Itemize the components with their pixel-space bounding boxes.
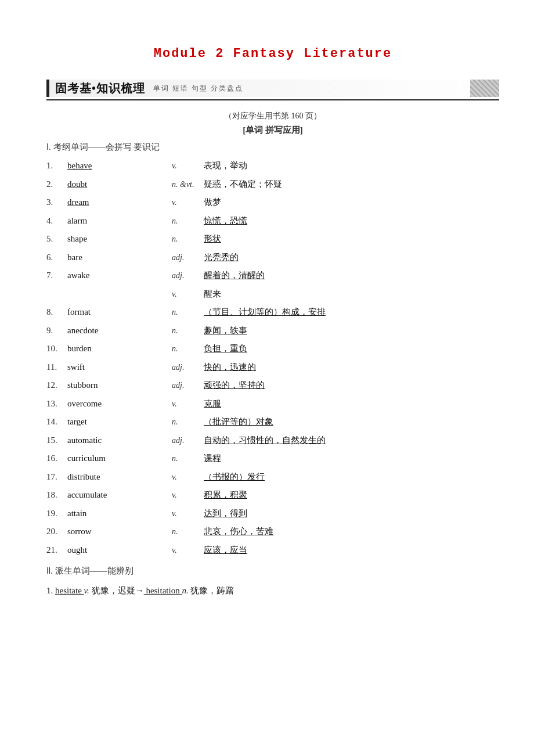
vocab-item: 14.targetn.（批评等的）对象 — [46, 415, 499, 430]
vocab-pos: v. — [172, 397, 204, 411]
vocab-word: dream — [67, 195, 172, 210]
vocab-pos: n. &vt. — [172, 178, 204, 192]
vocab-num: 13. — [46, 397, 67, 412]
vocab-item: 2.doubtn. &vt.疑惑，不确定；怀疑 — [46, 177, 499, 192]
vocab-pos: v. — [172, 543, 204, 557]
vocab-meaning: 形状 — [204, 232, 221, 247]
vocab-meaning: 表现，举动 — [204, 159, 247, 174]
vocab-item: 13.overcomev.克服 — [46, 397, 499, 412]
roman-one-title: Ⅰ. 考纲单词——会拼写 要识记 — [46, 142, 499, 153]
vocab-pos: adj. — [172, 434, 204, 448]
vocab-meaning: （批评等的）对象 — [204, 415, 273, 430]
derived-word2: hesitation — [144, 586, 182, 595]
vocab-item: 7.awakeadj.醒着的，清醒的 — [46, 268, 499, 283]
vocab-item: 15.automaticadj.自动的，习惯性的，自然发生的 — [46, 433, 499, 448]
section-ii: Ⅱ. 派生单词——能辨别 1. hesitate v. 犹豫，迟疑→ hesit… — [46, 566, 499, 599]
vocab-pos: v. — [172, 488, 204, 502]
derived-meaning2: 犹豫，踌躇 — [190, 586, 234, 595]
vocab-word: sorrow — [67, 524, 172, 539]
vocab-pos: adj. — [172, 361, 204, 375]
vocab-num: 3. — [46, 195, 67, 210]
vocab-pos: v. — [172, 196, 204, 210]
vocab-pos: v. — [172, 159, 204, 173]
vocab-num: 14. — [46, 415, 67, 430]
section-header-main: 固考基•知识梳理 — [55, 81, 145, 96]
vocab-num: 8. — [46, 305, 67, 320]
vocab-num: 4. — [46, 214, 67, 229]
vocab-meaning: （节目、计划等的）构成，安排 — [204, 305, 326, 320]
vocab-item: 10.burdenn.负担，重负 — [46, 341, 499, 357]
section-header: 固考基•知识梳理 单词 短语 句型 分类盘点 — [46, 80, 499, 97]
vocab-word: awake — [67, 268, 172, 283]
vocab-word: ought — [67, 543, 172, 558]
vocab-pos: n. — [172, 452, 204, 466]
vocab-num: 18. — [46, 488, 67, 503]
derived-num: 1. — [46, 586, 55, 595]
vocab-num: 21. — [46, 543, 67, 558]
vocab-num: 10. — [46, 341, 67, 357]
vocab-meaning: 光秃秃的 — [204, 250, 239, 265]
vocab-num: 6. — [46, 250, 67, 265]
vocab-item: 12.stubbornadj.顽强的，坚持的 — [46, 378, 499, 393]
vocab-word: overcome — [67, 397, 172, 412]
vocab-word: attain — [67, 506, 172, 521]
vocab-meaning: 做梦 — [204, 195, 221, 210]
vocab-item: 1.behavev.表现，举动 — [46, 159, 499, 174]
vocab-word: automatic — [67, 433, 172, 448]
vocab-item: 11.swiftadj.快的，迅速的 — [46, 360, 499, 375]
vocab-word: target — [67, 415, 172, 430]
vocab-pos: v. — [172, 287, 204, 301]
vocab-item: 20.sorrown.悲哀，伤心，苦难 — [46, 524, 499, 539]
vocab-meaning: 趣闻，轶事 — [204, 323, 247, 339]
vocab-meaning: 克服 — [204, 397, 221, 412]
vocab-meaning: 悲哀，伤心，苦难 — [204, 524, 273, 539]
vocab-word: distribute — [67, 470, 172, 485]
vocab-item: 19.attainv.达到，得到 — [46, 506, 499, 521]
vocab-item: v.醒来 — [46, 287, 499, 302]
vocab-meaning: 负担，重负 — [204, 341, 247, 357]
vocab-pos: n. — [172, 214, 204, 228]
vocab-meaning: 课程 — [204, 451, 221, 466]
vocab-meaning: （书报的）发行 — [204, 470, 265, 485]
vocab-item: 9.anecdoten.趣闻，轶事 — [46, 323, 499, 339]
vocab-word: accumulate — [67, 488, 172, 503]
vocab-item: 18.accumulatev.积累，积聚 — [46, 488, 499, 503]
vocab-pos: n. — [172, 305, 204, 319]
vocab-item: 17.distributev.（书报的）发行 — [46, 470, 499, 485]
vocab-meaning: 惊慌，恐慌 — [204, 214, 247, 229]
vocab-pos: v. — [172, 470, 204, 484]
vocab-num: 15. — [46, 433, 67, 448]
vocab-num: 11. — [46, 360, 67, 375]
vocab-pos: adj. — [172, 269, 204, 283]
section-header-sub: 单词 短语 句型 分类盘点 — [153, 84, 243, 93]
vocab-word: format — [67, 305, 172, 320]
vocab-meaning: 醒着的，清醒的 — [204, 268, 265, 283]
derived-pos2: n. — [182, 586, 190, 595]
vocab-num: 17. — [46, 470, 67, 485]
vocab-item: 3.dreamv.做梦 — [46, 195, 499, 210]
vocab-num: 5. — [46, 232, 67, 247]
vocab-pos: adj. — [172, 251, 204, 265]
derived-arrow: → — [135, 585, 144, 595]
vocab-word: curriculum — [67, 451, 172, 466]
vocab-item: 5.shapen.形状 — [46, 232, 499, 247]
vocab-num: 7. — [46, 268, 67, 283]
vocab-meaning: 达到，得到 — [204, 506, 247, 521]
vocab-num: 12. — [46, 378, 67, 393]
vocab-word: swift — [67, 360, 172, 375]
vocab-word: behave — [67, 159, 172, 174]
vocab-meaning: 快的，迅速的 — [204, 360, 256, 375]
vocab-word: burden — [67, 341, 172, 357]
vocab-num: 20. — [46, 524, 67, 539]
vocab-pos: n. — [172, 415, 204, 429]
derived-meaning1: 犹豫，迟疑 — [92, 586, 135, 595]
vocab-meaning: 醒来 — [204, 287, 221, 302]
vocab-word: alarm — [67, 214, 172, 229]
vocab-word: doubt — [67, 177, 172, 192]
page-ref: （对应学生用书第 160 页） — [46, 111, 499, 121]
vocab-word: shape — [67, 232, 172, 247]
vocab-list: 1.behavev.表现，举动2.doubtn. &vt.疑惑，不确定；怀疑3.… — [46, 159, 499, 557]
vocab-item: 16.curriculumn.课程 — [46, 451, 499, 466]
derived-pos1: v. — [84, 586, 92, 595]
vocab-pos: v. — [172, 507, 204, 521]
